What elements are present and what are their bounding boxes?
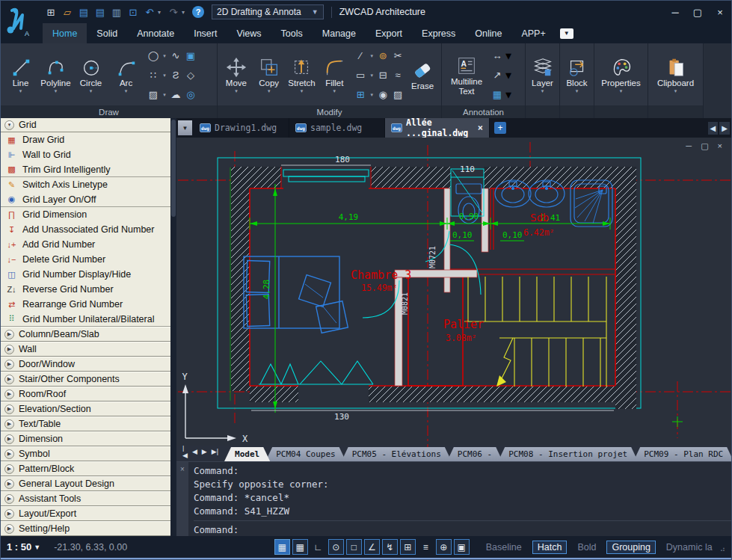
properties-button[interactable]: Properties ▾ (597, 56, 645, 94)
rotate-tool-icon[interactable]: ✂ (394, 50, 402, 61)
layout-next-icon[interactable]: ▶ (202, 448, 207, 455)
panel-title-annotation[interactable]: Annotation (442, 105, 525, 118)
sidebar-section-column-beam-slab[interactable]: ▶Column/Beam/Slab (1, 327, 170, 342)
join-tool-icon[interactable]: ◉ (379, 89, 387, 100)
dynamic-input-toggle-icon[interactable]: ⊞ (400, 539, 416, 555)
clipboard-button[interactable]: Clipboard ▾ (651, 56, 700, 94)
tab-manage[interactable]: Manage (313, 23, 366, 43)
plot-preview-icon[interactable]: ⊡ (125, 4, 141, 19)
close-tab-icon[interactable]: × (478, 123, 483, 133)
help-icon[interactable]: ? (192, 6, 204, 18)
tab-express[interactable]: Express (412, 23, 465, 43)
command-input[interactable]: Command: (194, 520, 731, 537)
resize-grip-icon[interactable]: ⣠ (720, 543, 725, 551)
layout-last-icon[interactable]: ▶| (212, 448, 218, 455)
tab-tools[interactable]: Tools (271, 23, 313, 43)
tab-export[interactable]: Export (366, 23, 412, 43)
tab-home[interactable]: Home (43, 23, 87, 43)
undo-dropdown-icon[interactable]: ▾ (158, 9, 165, 16)
arc-button[interactable]: Arc ▾ (109, 56, 143, 94)
baseline-toggle[interactable]: Baseline (482, 541, 526, 553)
print-icon[interactable]: ▥ (108, 4, 125, 19)
fillet-button[interactable]: Fillet ▾ (319, 56, 350, 94)
offset-tool-icon[interactable]: ⊚ (379, 50, 387, 61)
table-tool-icon[interactable]: ▦ (493, 89, 502, 100)
scale-tool-icon[interactable]: ▭ (356, 70, 365, 81)
sidebar-section-layout-export[interactable]: ▶Layout/Export (1, 506, 170, 521)
lineweight-toggle-icon[interactable]: ≡ (418, 539, 434, 555)
snap-toggle-icon[interactable]: ▦ (274, 539, 290, 555)
ellipse-tool-icon[interactable]: ◯ (148, 50, 159, 61)
break-caret-icon[interactable]: ▾ (370, 53, 373, 59)
sidebar-item-grid-layer-onoff[interactable]: ◉Grid Layer On/Off (1, 192, 170, 207)
annotation-visibility-icon[interactable]: ▣ (454, 539, 470, 555)
layout-tab-model[interactable]: Model (224, 447, 270, 461)
save-as-icon[interactable]: ▤ (92, 4, 108, 19)
revision-cloud-tool-icon[interactable]: ☁ (171, 89, 181, 100)
command-close-icon[interactable]: × (176, 462, 188, 536)
mdi-restore-icon[interactable]: ▢ (701, 141, 708, 151)
tab-views[interactable]: Views (227, 23, 271, 43)
close-button[interactable]: × (709, 4, 731, 20)
new-tab-icon[interactable]: + (494, 122, 506, 134)
annotation-scale-icon[interactable]: ⊕ (436, 539, 452, 555)
layout-tab-pcm04[interactable]: PCM04 Coupes (265, 447, 345, 461)
layout-prev-icon[interactable]: ◀ (192, 448, 197, 455)
sidebar-item-grid-number-display-hide[interactable]: ◫Grid Number Display/Hide (1, 267, 170, 282)
doc-tab-drawing1[interactable]: dwg Drawing1.dwg (194, 118, 289, 138)
sidebar-section-room-roof[interactable]: ▶Room/Roof (1, 387, 170, 401)
drawing-canvas[interactable]: ─ ▢ × (176, 138, 731, 446)
polyline-edit-tool-icon[interactable]: Ƨ (173, 70, 179, 81)
dimension-tool-icon[interactable]: ↔ (493, 50, 502, 61)
sidebar-section-text-table[interactable]: ▶Text/Table (1, 416, 170, 431)
ortho-toggle-icon[interactable]: ∟ (310, 539, 326, 555)
sidebar-item-add-unassociated-grid-number[interactable]: ↧Add Unassociated Grid Number (1, 222, 170, 237)
scale-caret-icon[interactable]: ▾ (370, 73, 373, 79)
region-tool-icon[interactable]: ▣ (186, 50, 195, 61)
sidebar-section-stair-other[interactable]: ▶Stair/Other Components (1, 372, 170, 387)
save-icon[interactable]: ▤ (76, 4, 92, 19)
maximize-button[interactable]: ▢ (686, 4, 709, 20)
sidebar-item-add-grid-number[interactable]: ↓+Add Grid Number (1, 237, 170, 252)
wipeout-tool-icon[interactable]: ◇ (187, 70, 194, 81)
tab-scroll-left-icon[interactable]: ◀ (708, 122, 719, 135)
otrack-toggle-icon[interactable]: ∠ (364, 539, 380, 555)
mirror-tool-icon[interactable]: ⊟ (379, 70, 387, 81)
leader-caret-icon[interactable]: ▾ (505, 68, 511, 82)
new-file-icon[interactable]: ⊞ (43, 4, 59, 19)
redo-icon[interactable]: ↷ (165, 4, 182, 19)
dynamic-toggle[interactable]: Dynamic la (662, 541, 717, 553)
donut-tool-icon[interactable]: ◎ (186, 89, 194, 100)
scale-selector[interactable]: 1 : 50 ▼ (7, 541, 40, 553)
leader-tool-icon[interactable]: ↗ (493, 70, 502, 81)
dynamic-ucs-toggle-icon[interactable]: ↯ (382, 539, 398, 555)
bold-toggle[interactable]: Bold (573, 541, 600, 553)
polar-toggle-icon[interactable]: ⊙ (328, 539, 344, 555)
array-tool-icon[interactable]: ⊞ (357, 89, 365, 100)
dimension-caret-icon[interactable]: ▾ (505, 49, 511, 63)
sidebar-item-grid-number-unilateral[interactable]: ⠿Grid Number Unilateral/Bilateral (1, 312, 170, 327)
sidebar-item-switch-axis-linetype[interactable]: ✎Switch Axis Linetype (1, 177, 170, 192)
grouping-toggle[interactable]: Grouping (606, 541, 655, 554)
sidebar-item-wall-to-grid[interactable]: ⊩Wall to Grid (1, 147, 170, 162)
tab-app-plus[interactable]: APP+ (511, 23, 555, 43)
sidebar-section-grid[interactable]: ▾ Grid (1, 118, 170, 132)
layout-tab-pcm06[interactable]: PCM06 - (447, 447, 502, 461)
mdi-minimize-icon[interactable]: ─ (686, 141, 692, 151)
layout-first-icon[interactable]: |◀ (182, 446, 188, 459)
panel-title-draw[interactable]: Draw (1, 105, 217, 118)
spline-tool-icon[interactable]: ∿ (172, 50, 180, 61)
tab-online[interactable]: Online (465, 23, 511, 43)
tab-annotate[interactable]: Annotate (127, 23, 184, 43)
layout-tab-pcm09-rdc[interactable]: PCM09 - Plan RDC (633, 447, 731, 461)
grid-toggle-icon[interactable]: ▦ (292, 539, 308, 555)
sidebar-item-rearrange-grid-number[interactable]: ⇄Rearrange Grid Number (1, 297, 170, 312)
circle-button[interactable]: Circle ▾ (74, 56, 108, 94)
point-caret-icon[interactable]: ▾ (163, 73, 166, 79)
minimize-button[interactable]: ─ (664, 4, 686, 20)
move-button[interactable]: Move ▾ (221, 56, 252, 94)
hatch-caret-icon[interactable]: ▾ (163, 92, 166, 98)
break-tool-icon[interactable]: ∕ (360, 50, 361, 61)
doc-tab-allee[interactable]: dwg Allée ...ginal.dwg × (385, 118, 490, 138)
mdi-close-icon[interactable]: × (718, 141, 722, 151)
